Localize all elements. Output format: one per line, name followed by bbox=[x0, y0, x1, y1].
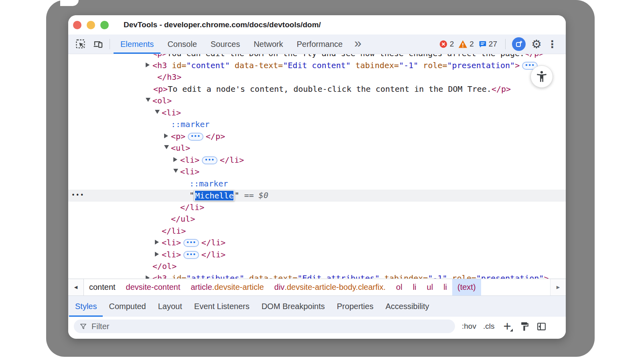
inline-expand-icon[interactable]: ••• bbox=[183, 239, 199, 247]
dom-tree-row[interactable]: </h3> bbox=[68, 71, 566, 83]
dom-tree-row[interactable]: ::marker bbox=[68, 178, 566, 190]
dom-tree-row[interactable]: <p>To edit a node's content, double-clic… bbox=[68, 83, 566, 95]
tab-sources[interactable]: Sources bbox=[204, 34, 247, 54]
expand-arrow-down-icon[interactable] bbox=[173, 169, 178, 173]
crumb-part: div bbox=[274, 283, 285, 292]
inline-expand-icon[interactable]: ••• bbox=[202, 156, 217, 164]
expand-arrow-right-icon[interactable] bbox=[164, 133, 168, 138]
format-paint-icon[interactable] bbox=[520, 322, 530, 332]
inspect-icon[interactable] bbox=[75, 38, 86, 50]
minimize-window-button[interactable] bbox=[87, 21, 95, 29]
expand-arrow-down-icon[interactable] bbox=[164, 145, 169, 149]
expand-arrow-right-icon[interactable] bbox=[173, 157, 177, 162]
node-tag: </p> bbox=[524, 54, 544, 58]
filter-funnel-icon bbox=[79, 323, 87, 330]
dom-tree-row[interactable]: </li> bbox=[68, 202, 566, 214]
dom-tree-row[interactable]: <li>•••</li> bbox=[68, 154, 566, 166]
more-tabs-button[interactable]: » bbox=[349, 36, 366, 49]
inline-expand-icon[interactable]: ••• bbox=[183, 251, 199, 259]
breadcrumb-item-li[interactable]: li bbox=[438, 279, 452, 295]
toggle-sidebar-icon[interactable] bbox=[536, 322, 547, 332]
breadcrumb-scroll-right-button[interactable]: ▶ bbox=[550, 279, 566, 295]
expand-arrow-right-icon[interactable] bbox=[155, 252, 159, 257]
crumb-part: ul bbox=[427, 283, 433, 292]
breadcrumb-scroll-left-button[interactable]: ◀ bbox=[68, 279, 84, 295]
dom-tree-row[interactable]: <li> bbox=[68, 107, 566, 119]
expand-arrow-down-icon[interactable] bbox=[146, 98, 150, 102]
filter-input-pill[interactable] bbox=[74, 320, 455, 333]
dom-tree-row[interactable]: <p>•••</p> bbox=[68, 131, 566, 143]
expand-arrow-down-icon[interactable] bbox=[155, 110, 160, 114]
zoom-window-button[interactable] bbox=[100, 21, 109, 29]
dom-tree-row[interactable]: <li>•••</li> bbox=[68, 249, 566, 261]
crumb-part: li bbox=[413, 283, 416, 292]
dom-tree-row[interactable]: </ol> bbox=[68, 261, 566, 273]
node-text: To edit a node's content, double-click t… bbox=[168, 84, 492, 94]
dom-tree-row[interactable]: ::marker bbox=[68, 119, 566, 131]
issues-icon[interactable] bbox=[478, 40, 487, 49]
breadcrumb-list: contentdevsite-contentarticle.devsite-ar… bbox=[84, 279, 481, 295]
node-tag: <li> bbox=[180, 155, 199, 165]
styles-filter-bar: :hov .cls + bbox=[68, 317, 566, 336]
tab-network[interactable]: Network bbox=[247, 34, 290, 54]
new-style-rule-button[interactable]: + bbox=[503, 321, 512, 332]
settings-gear-icon[interactable]: ⚙ bbox=[531, 38, 542, 50]
node-tag: </p> bbox=[492, 84, 511, 94]
crumb-part: .devsite-article bbox=[212, 283, 264, 292]
dom-tree-row[interactable]: <li>•••</li> bbox=[68, 237, 566, 249]
node-tag: <h3 bbox=[152, 61, 167, 70]
tab-performance[interactable]: Performance bbox=[290, 34, 350, 54]
accessibility-person-icon[interactable] bbox=[530, 65, 553, 88]
node-tag: <li> bbox=[162, 250, 181, 259]
inline-text-editor[interactable]: Michelle bbox=[194, 190, 234, 201]
breadcrumb-item-ol[interactable]: ol bbox=[391, 279, 408, 295]
expand-arrow-right-icon[interactable] bbox=[146, 275, 150, 279]
node-val: "Edit attributes" bbox=[297, 273, 380, 279]
close-window-button[interactable] bbox=[73, 21, 81, 29]
tab-console[interactable]: Console bbox=[160, 34, 203, 54]
node-tag: <li> bbox=[180, 167, 199, 176]
breadcrumb-item-content[interactable]: content bbox=[84, 279, 121, 295]
pseudo-state-toggle[interactable]: :hov bbox=[462, 322, 476, 331]
dom-tree-row[interactable]: </li> bbox=[68, 225, 566, 237]
inline-expand-icon[interactable]: ••• bbox=[188, 133, 203, 141]
dom-tree-row[interactable]: <h3 id="content" data-text="Edit content… bbox=[68, 60, 566, 72]
dom-tree-row[interactable]: "Michelle" == $0••• bbox=[68, 190, 566, 202]
error-icon[interactable] bbox=[439, 40, 448, 49]
pane-tab-dom-breakpoints[interactable]: DOM Breakpoints bbox=[256, 296, 331, 317]
breadcrumb-item-div[interactable]: div.devsite-article-body.clearfix. bbox=[269, 279, 391, 295]
dom-tree-row[interactable]: <ol> bbox=[68, 95, 566, 107]
crumb-part: content bbox=[89, 283, 116, 292]
row-more-actions-icon[interactable]: ••• bbox=[71, 190, 85, 202]
tab-elements[interactable]: Elements bbox=[114, 34, 160, 54]
dom-tree-row[interactable]: <h3 id="attributes" data-text="Edit attr… bbox=[68, 273, 566, 279]
dom-tree-row[interactable]: </ul> bbox=[68, 213, 566, 225]
ai-assistance-icon[interactable] bbox=[512, 37, 526, 51]
filter-input[interactable] bbox=[91, 322, 449, 332]
node-tag: </ul> bbox=[171, 214, 195, 224]
dom-tree-row[interactable]: <p>You can edit the DOM on the fly and s… bbox=[68, 54, 566, 60]
dom-tree-row[interactable]: <ul> bbox=[68, 142, 566, 154]
pane-tab-accessibility[interactable]: Accessibility bbox=[380, 296, 435, 317]
dom-tree-row[interactable]: <li> bbox=[68, 166, 566, 178]
pane-tab-styles[interactable]: Styles bbox=[69, 296, 103, 317]
expand-arrow-right-icon[interactable] bbox=[146, 63, 150, 67]
node-tag: > bbox=[544, 273, 549, 279]
node-val: "-1" bbox=[428, 273, 447, 279]
breadcrumb-item-devsite-content[interactable]: devsite-content bbox=[121, 279, 186, 295]
pane-tab-computed[interactable]: Computed bbox=[103, 296, 152, 317]
node-pseudo: ::marker bbox=[189, 179, 228, 188]
warning-icon[interactable] bbox=[458, 40, 467, 49]
pane-tab-layout[interactable]: Layout bbox=[152, 296, 188, 317]
node-tag: <p> bbox=[171, 131, 185, 141]
class-toggle[interactable]: .cls bbox=[483, 322, 495, 331]
breadcrumb-item-article[interactable]: article.devsite-article bbox=[185, 279, 269, 295]
more-menu-icon[interactable]: ⋮ bbox=[547, 39, 557, 49]
pane-tab-event-listeners[interactable]: Event Listeners bbox=[188, 296, 256, 317]
breadcrumb-item-ul[interactable]: ul bbox=[422, 279, 439, 295]
device-toolbar-icon[interactable] bbox=[92, 38, 103, 50]
breadcrumb-item-text[interactable]: (text) bbox=[452, 279, 481, 295]
pane-tab-properties[interactable]: Properties bbox=[331, 296, 380, 317]
expand-arrow-right-icon[interactable] bbox=[155, 240, 159, 245]
breadcrumb-item-li[interactable]: li bbox=[408, 279, 422, 295]
